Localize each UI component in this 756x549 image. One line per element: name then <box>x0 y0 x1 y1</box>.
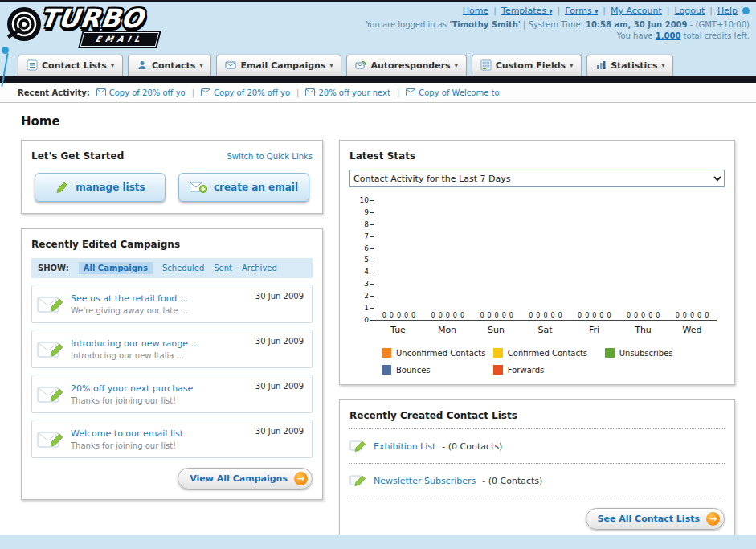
help-link[interactable]: Help <box>717 6 738 16</box>
campaign-row[interactable]: 20% off your next purchase Thanks for jo… <box>31 375 313 413</box>
nav-tab-contacts[interactable]: Contacts ▾ <box>128 55 211 76</box>
chart-value-group: 00000 <box>382 312 415 319</box>
arrow-right-icon: → <box>706 512 720 526</box>
envelope-icon <box>96 88 106 96</box>
session-user: 'Timothy Smith' <box>449 20 521 29</box>
create-email-button[interactable]: create an email <box>178 173 309 202</box>
chart-value-group: 00000 <box>676 312 709 319</box>
templates-link[interactable]: Templates ▾ <box>501 6 552 16</box>
nav-tab-label: Autoresponders <box>370 60 450 71</box>
manage-lists-label: manage lists <box>76 182 145 193</box>
legend-swatch-forwards <box>493 365 503 375</box>
legend-item: Unconfirmed Contacts <box>382 348 493 358</box>
switch-quick-links-link[interactable]: Switch to Quick Links <box>227 152 313 161</box>
chart-x-label: Wed <box>668 325 717 335</box>
campaign-envelope-pencil-icon <box>37 338 64 360</box>
chart-value-group: 00000 <box>480 312 513 319</box>
view-all-campaigns-button[interactable]: View All Campaigns → <box>178 468 313 490</box>
nav-tab-autoresponders[interactable]: Autoresponders ▾ <box>346 55 466 76</box>
contact-list-name-link[interactable]: Exhibition List <box>374 441 435 452</box>
logo-word-turbo: TURBO <box>38 3 145 34</box>
contact-list-item[interactable]: Exhibition List - (0 Contacts) <box>349 436 725 456</box>
campaign-row[interactable]: See us at the retail food ... We're givi… <box>31 285 313 323</box>
nav-tab-statistics[interactable]: Statistics ▾ <box>586 55 673 76</box>
legend-item: Bounces <box>382 365 493 375</box>
latest-stats-panel: Latest Stats Contact Activity for the La… <box>339 140 735 385</box>
chart-y-tick: 8 <box>364 224 374 225</box>
chart-value-group: 00000 <box>627 312 660 319</box>
nav-tab-custom-fields[interactable]: Custom Fields ▾ <box>472 55 582 76</box>
dotted-divider <box>349 428 725 429</box>
campaign-date: 30 Jun 2009 <box>255 382 304 391</box>
campaign-date: 30 Jun 2009 <box>255 292 304 301</box>
chart-value-group: 00000 <box>529 312 562 319</box>
chart-plot-area: 00000000000000000000000000000000000 <box>374 200 717 321</box>
page-title: Home <box>21 114 735 129</box>
recent-activity-item[interactable]: Copy of 20% off yo <box>96 88 186 97</box>
logout-link[interactable]: Logout <box>675 6 705 16</box>
campaign-row[interactable]: Introducing our new range ... Introducin… <box>31 330 313 368</box>
chart-x-label: Mon <box>423 325 472 335</box>
manage-lists-button[interactable]: manage lists <box>35 173 166 202</box>
credits-value[interactable]: 1,000 <box>656 31 681 40</box>
legend-item: Forwards <box>493 365 605 375</box>
legend-label: Bounces <box>396 366 431 375</box>
nav-tab-label: Statistics <box>611 60 657 71</box>
filter-tab-sent[interactable]: Sent <box>214 264 232 272</box>
envelope-icon <box>406 88 415 96</box>
nav-tab-contact-lists[interactable]: Contact Lists ▾ <box>18 55 123 76</box>
recent-activity-item[interactable]: Copy of 20% off yo <box>201 88 290 97</box>
activity-item-label: Copy of 20% off yo <box>109 88 186 97</box>
chart-y-axis: 109876543210 <box>353 200 374 321</box>
home-link[interactable]: Home <box>463 6 488 16</box>
chart-y-tick: 9 <box>364 212 374 213</box>
chart-x-label: Sat <box>521 325 570 335</box>
filter-tab-archived[interactable]: Archived <box>242 264 277 272</box>
recent-activity-item[interactable]: Copy of Welcome to <box>406 88 499 97</box>
legend-label: Unsubscribes <box>619 349 673 358</box>
contact-list-name-link[interactable]: Newsletter Subscribers <box>374 476 476 486</box>
main-nav: Contact Lists ▾ Contacts ▾ Email Campaig… <box>0 51 756 76</box>
filter-tab-scheduled[interactable]: Scheduled <box>162 264 204 272</box>
nav-tab-email-campaigns[interactable]: Email Campaigns ▾ <box>216 55 341 76</box>
campaign-title-link[interactable]: 20% off your next purchase <box>71 383 193 394</box>
chart-y-tick: 10 <box>360 200 374 201</box>
chevron-down-icon: ▾ <box>661 62 664 69</box>
logo-word-email: EMAIL <box>80 32 159 47</box>
stats-range-select[interactable]: Contact Activity for the Last 7 Days <box>349 170 725 187</box>
recent-activity-item[interactable]: 20% off your next <box>305 88 390 97</box>
contact-list-item[interactable]: Newsletter Subscribers - (0 Contacts) <box>349 471 725 490</box>
contact-list-details: - (0 Contacts) <box>442 441 502 452</box>
app-logo: TURBO EMAIL <box>5 3 198 48</box>
autoresponders-icon <box>355 59 366 71</box>
my-account-link[interactable]: My Account <box>611 6 662 16</box>
chart-plot-zeros: 00000000000000000000000000000000000 <box>374 312 717 319</box>
dotted-divider <box>349 498 725 498</box>
envelope-icon <box>305 88 315 96</box>
chart-x-label: Tue <box>374 325 423 335</box>
campaign-title-link[interactable]: See us at the retail food ... <box>71 293 188 304</box>
chevron-down-icon: ▾ <box>199 62 202 69</box>
right-column: Latest Stats Contact Activity for the La… <box>339 140 735 535</box>
chevron-down-icon: ▾ <box>570 62 573 69</box>
statistics-icon <box>595 59 607 71</box>
campaign-envelope-pencil-icon <box>37 383 64 405</box>
see-all-contact-lists-button[interactable]: See All Contact Lists → <box>586 508 725 530</box>
campaign-subtitle: Introducing our new Italia ... <box>71 351 199 360</box>
campaign-title-link[interactable]: Welcome to our email list <box>71 428 183 439</box>
campaign-row[interactable]: Welcome to our email list Thanks for joi… <box>31 420 313 458</box>
contact-lists-panel: Recently Created Contact Lists Exhibitio… <box>339 399 735 535</box>
pencil-icon <box>55 181 69 194</box>
filter-tab-all-campaigns[interactable]: All Campaigns <box>79 262 153 274</box>
forms-link[interactable]: Forms ▾ <box>565 6 598 16</box>
page: TURBO EMAIL Home | Templates ▾ | Forms ▾… <box>0 0 756 549</box>
legend-label: Unconfirmed Contacts <box>396 349 485 358</box>
campaign-title-link[interactable]: Introducing our new range ... <box>71 338 199 349</box>
chart-value-group: 00000 <box>578 312 611 319</box>
separator: | <box>603 6 606 16</box>
campaign-date: 30 Jun 2009 <box>255 337 304 346</box>
chart-legend: Unconfirmed Contacts Confirmed Contacts … <box>353 348 717 375</box>
templates-label: Templates <box>501 6 546 16</box>
email-campaigns-icon <box>225 59 236 71</box>
legend-item: Unsubscribes <box>605 348 717 358</box>
